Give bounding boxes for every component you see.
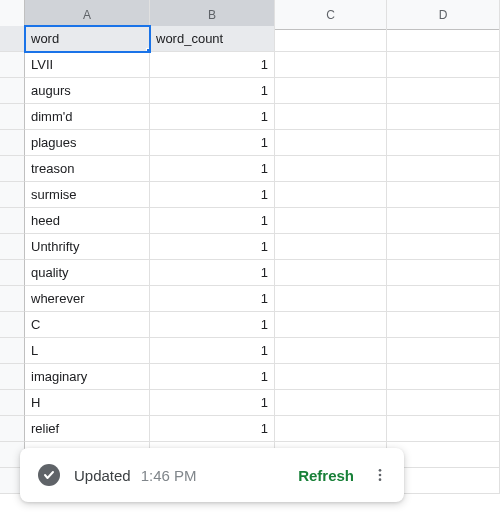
refresh-button[interactable]: Refresh [298,467,354,484]
cell-a1-selected[interactable]: word [25,26,150,52]
cell-count[interactable]: 1 [150,390,275,416]
cell[interactable] [387,286,500,312]
cell[interactable] [387,156,500,182]
cell[interactable] [275,390,387,416]
cell-count[interactable]: 1 [150,208,275,234]
cell[interactable] [275,364,387,390]
cell[interactable] [275,26,387,52]
cell-word[interactable]: treason [25,156,150,182]
row-header[interactable] [0,338,25,364]
cell[interactable] [387,130,500,156]
cell-count[interactable]: 1 [150,156,275,182]
cell-word[interactable]: surmise [25,182,150,208]
cell-word[interactable]: quality [25,260,150,286]
cell-word[interactable]: dimm'd [25,104,150,130]
check-icon [38,464,60,486]
row-header[interactable] [0,312,25,338]
cell-value: word [31,31,59,46]
cell[interactable] [387,182,500,208]
cell[interactable] [275,130,387,156]
cell-word[interactable]: LVII [25,52,150,78]
row-header[interactable] [0,78,25,104]
cell[interactable] [387,260,500,286]
cell[interactable] [275,234,387,260]
cell[interactable] [275,312,387,338]
row-header[interactable] [0,390,25,416]
cell[interactable] [387,104,500,130]
cell[interactable] [275,416,387,442]
cell[interactable] [275,52,387,78]
cell-count[interactable]: 1 [150,78,275,104]
status-toast: Updated 1:46 PM Refresh [20,448,404,502]
row-header[interactable] [0,182,25,208]
row-header[interactable] [0,104,25,130]
svg-point-1 [379,474,382,477]
cell[interactable] [275,182,387,208]
cell-count[interactable]: 1 [150,130,275,156]
cell-count[interactable]: 1 [150,338,275,364]
cell[interactable] [275,78,387,104]
cell-count[interactable]: 1 [150,104,275,130]
svg-point-0 [379,469,382,472]
cell[interactable] [275,104,387,130]
row-header[interactable] [0,156,25,182]
cell-b1[interactable]: word_count [150,26,275,52]
cell-count[interactable]: 1 [150,416,275,442]
row-header[interactable] [0,26,25,52]
toast-status-text: Updated [74,467,131,484]
row-header[interactable] [0,234,25,260]
cell-word[interactable]: wherever [25,286,150,312]
cell[interactable] [387,390,500,416]
cell-count[interactable]: 1 [150,364,275,390]
cell[interactable] [275,338,387,364]
cell[interactable] [387,416,500,442]
cell-word[interactable]: plagues [25,130,150,156]
row-header[interactable] [0,364,25,390]
cell-word[interactable]: C [25,312,150,338]
cell-word[interactable]: Unthrifty [25,234,150,260]
cell[interactable] [275,260,387,286]
more-vert-icon [372,467,388,483]
cell[interactable] [387,364,500,390]
row-header[interactable] [0,416,25,442]
row-header[interactable] [0,260,25,286]
row-header[interactable] [0,130,25,156]
cell-count[interactable]: 1 [150,312,275,338]
cell[interactable] [275,286,387,312]
cell-word[interactable]: imaginary [25,364,150,390]
cell[interactable] [387,312,500,338]
cell-count[interactable]: 1 [150,52,275,78]
more-options-button[interactable] [368,463,392,487]
cell-count[interactable]: 1 [150,286,275,312]
svg-point-2 [379,478,382,481]
cell[interactable] [275,208,387,234]
selection-handle[interactable] [146,48,150,52]
cell-word[interactable]: H [25,390,150,416]
cell[interactable] [275,156,387,182]
cell[interactable] [387,338,500,364]
cell-count[interactable]: 1 [150,234,275,260]
row-header[interactable] [0,52,25,78]
cell[interactable] [387,52,500,78]
cell-word[interactable]: L [25,338,150,364]
row-header[interactable] [0,208,25,234]
cell[interactable] [387,208,500,234]
toast-timestamp: 1:46 PM [141,467,298,484]
spreadsheet-grid[interactable]: A B C D word word_count LVII 1 augurs 1 … [0,0,500,494]
cell[interactable] [387,78,500,104]
cell[interactable] [387,26,500,52]
cell[interactable] [387,234,500,260]
row-header[interactable] [0,286,25,312]
cell-word[interactable]: relief [25,416,150,442]
cell-count[interactable]: 1 [150,182,275,208]
cell-word[interactable]: heed [25,208,150,234]
cell-word[interactable]: augurs [25,78,150,104]
cell-count[interactable]: 1 [150,260,275,286]
